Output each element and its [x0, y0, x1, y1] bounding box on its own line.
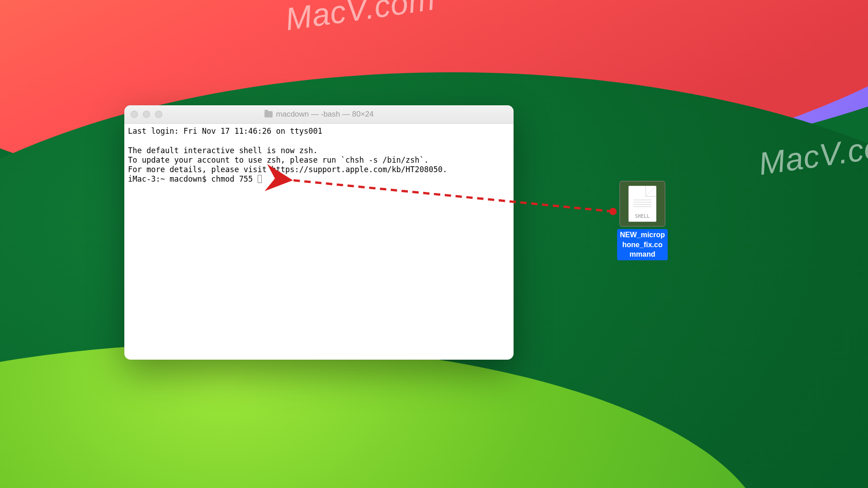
- shell-document-icon: SHELL: [628, 186, 656, 222]
- terminal-cursor: [258, 175, 262, 183]
- terminal-content[interactable]: Last login: Fri Nov 17 11:46:26 on ttys0…: [124, 124, 514, 360]
- desktop-file-icon[interactable]: SHELL NEW_microphone_fix.command: [617, 181, 668, 260]
- traffic-lights: [131, 111, 162, 118]
- zoom-button[interactable]: [155, 111, 162, 118]
- terminal-window[interactable]: macdown — -bash — 80×24 Last login: Fri …: [124, 105, 514, 360]
- file-type-badge: SHELL: [635, 214, 650, 219]
- terminal-line: The default interactive shell is now zsh…: [128, 146, 318, 155]
- terminal-line: Last login: Fri Nov 17 11:46:26 on ttys0…: [128, 127, 322, 136]
- window-title-text: macdown — -bash — 80×24: [276, 110, 374, 119]
- terminal-line: To update your account to use zsh, pleas…: [128, 155, 429, 164]
- window-titlebar[interactable]: macdown — -bash — 80×24: [124, 105, 514, 124]
- window-title: macdown — -bash — 80×24: [124, 110, 514, 119]
- terminal-prompt: iMac-3:~ macdown$ chmod 755: [128, 174, 258, 183]
- file-icon-selection: SHELL: [619, 181, 665, 227]
- terminal-line: For more details, please visit https://s…: [128, 165, 447, 174]
- file-name-label[interactable]: NEW_microphone_fix.command: [617, 229, 668, 260]
- close-button[interactable]: [131, 111, 138, 118]
- folder-icon: [264, 111, 273, 117]
- minimize-button[interactable]: [143, 111, 150, 118]
